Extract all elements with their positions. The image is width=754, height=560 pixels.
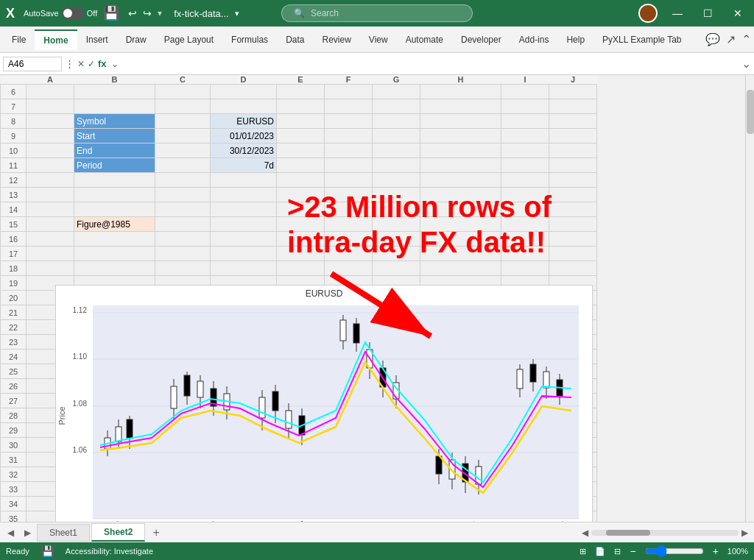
cell-f6[interactable] (325, 85, 373, 99)
cell-b6[interactable] (74, 85, 155, 99)
cell-h10[interactable] (420, 143, 501, 158)
cell-b9-start-label[interactable]: Start (74, 129, 155, 143)
cell-b11-period-label[interactable]: Period (74, 158, 155, 173)
col-header-g[interactable]: G (373, 75, 420, 85)
cell-a11[interactable] (27, 158, 74, 173)
scrollbar-thumb[interactable] (747, 90, 754, 134)
tab-file[interactable]: File (3, 30, 35, 49)
view-page-layout-icon[interactable]: 📄 (595, 547, 605, 556)
cell-g7[interactable] (373, 99, 420, 114)
cell-a9[interactable] (27, 129, 74, 143)
col-header-e[interactable]: E (277, 75, 325, 85)
cell-j11[interactable] (549, 158, 597, 173)
cell-g6[interactable] (373, 85, 420, 99)
cell-e10[interactable] (277, 143, 325, 158)
col-header-c[interactable]: C (155, 75, 211, 85)
cell-b7[interactable] (74, 99, 155, 114)
cell-e6[interactable] (277, 85, 325, 99)
vertical-scrollbar[interactable] (745, 75, 754, 522)
save-icon[interactable]: 💾 (103, 5, 119, 21)
grid-scroll[interactable]: A B C D E F G H I J (0, 75, 754, 522)
ribbon-collapse-icon[interactable]: ⌃ (741, 32, 751, 46)
maximize-button[interactable]: ☐ (697, 4, 719, 22)
quick-access-more[interactable]: ▾ (158, 8, 162, 18)
cell-c6[interactable] (155, 85, 211, 99)
cell-e7[interactable] (277, 99, 325, 114)
cell-g8[interactable] (373, 114, 420, 129)
col-header-d[interactable]: D (211, 75, 277, 85)
cell-d11-period-value[interactable]: 7d (211, 158, 277, 173)
col-header-a[interactable]: A (27, 75, 74, 85)
cell-c10[interactable] (155, 143, 211, 158)
cell-a6[interactable] (27, 85, 74, 99)
cell-d8-symbol-value[interactable]: EURUSD (211, 114, 277, 129)
tab-pyxll[interactable]: PyXLL Example Tab (593, 30, 690, 49)
zoom-slider[interactable] (645, 545, 704, 557)
cell-c15[interactable] (155, 217, 211, 232)
accessibility-label[interactable]: Accessibility: Investigate (66, 547, 153, 556)
cell-d7[interactable] (211, 99, 277, 114)
cell-j15[interactable] (549, 217, 597, 232)
tab-data[interactable]: Data (277, 30, 313, 49)
cell-a7[interactable] (27, 99, 74, 114)
filename-chevron[interactable]: ▾ (235, 9, 239, 18)
tab-formulas[interactable]: Formulas (222, 30, 277, 49)
close-button[interactable]: ✕ (727, 4, 748, 22)
cell-d15[interactable] (211, 217, 277, 232)
cell-f10[interactable] (325, 143, 373, 158)
cell-d10-end-value[interactable]: 30/12/2023 (211, 143, 277, 158)
share-icon[interactable]: ↗ (726, 32, 736, 46)
cell-j7[interactable] (549, 99, 597, 114)
cell-g10[interactable] (373, 143, 420, 158)
cell-h7[interactable] (420, 99, 501, 114)
cell-h11[interactable] (420, 158, 501, 173)
cell-f7[interactable] (325, 99, 373, 114)
cell-a10[interactable] (27, 143, 74, 158)
tab-developer[interactable]: Developer (452, 30, 510, 49)
cell-c11[interactable] (155, 158, 211, 173)
cell-a8[interactable] (27, 114, 74, 129)
add-sheet-button[interactable]: + (147, 523, 165, 542)
cell-c8[interactable] (155, 114, 211, 129)
cell-g11[interactable] (373, 158, 420, 173)
tab-page-layout[interactable]: Page Layout (155, 30, 222, 49)
cell-i6[interactable] (501, 85, 549, 99)
view-normal-icon[interactable]: ⊞ (579, 547, 586, 556)
cell-d6[interactable] (211, 85, 277, 99)
cell-i8[interactable] (501, 114, 549, 129)
sheet-tab-sheet1[interactable]: Sheet1 (37, 524, 90, 542)
tab-draw[interactable]: Draw (117, 30, 155, 49)
cell-b10-end-label[interactable]: End (74, 143, 155, 158)
tab-insert[interactable]: Insert (77, 30, 117, 49)
redo-icon[interactable]: ↪ (143, 7, 152, 19)
cell-h8[interactable] (420, 114, 501, 129)
cell-i11[interactable] (501, 158, 549, 173)
cell-e9[interactable] (277, 129, 325, 143)
cell-j9[interactable] (549, 129, 597, 143)
avatar[interactable] (638, 4, 658, 23)
hscroll-left[interactable]: ◀ (582, 528, 588, 538)
col-header-i[interactable]: I (501, 75, 549, 85)
sheet-tab-sheet2[interactable]: Sheet2 (91, 523, 145, 542)
minimize-button[interactable]: — (666, 4, 688, 22)
hscroll-track[interactable] (591, 530, 739, 536)
cell-d9-start-value[interactable]: 01/01/2023 (211, 129, 277, 143)
formula-icon[interactable]: fx (98, 58, 107, 69)
cell-i7[interactable] (501, 99, 549, 114)
cell-f8[interactable] (325, 114, 373, 129)
cell-j10[interactable] (549, 143, 597, 158)
formula-expand-icon[interactable]: ⌄ (111, 59, 119, 69)
col-header-f[interactable]: F (325, 75, 373, 85)
view-page-break-icon[interactable]: ⊟ (614, 547, 621, 556)
tab-review[interactable]: Review (313, 30, 359, 49)
col-header-j[interactable]: J (549, 75, 597, 85)
cell-g9[interactable] (373, 129, 420, 143)
sheet-nav-next[interactable]: ▶ (20, 526, 35, 539)
zoom-minus[interactable]: − (630, 545, 635, 557)
status-save-icon[interactable]: 💾 (41, 545, 54, 557)
confirm-formula-icon[interactable]: ✓ (88, 59, 95, 69)
col-header-h[interactable]: H (420, 75, 501, 85)
cell-f9[interactable] (325, 129, 373, 143)
search-box[interactable]: 🔍 (281, 4, 473, 22)
cell-e8[interactable] (277, 114, 325, 129)
